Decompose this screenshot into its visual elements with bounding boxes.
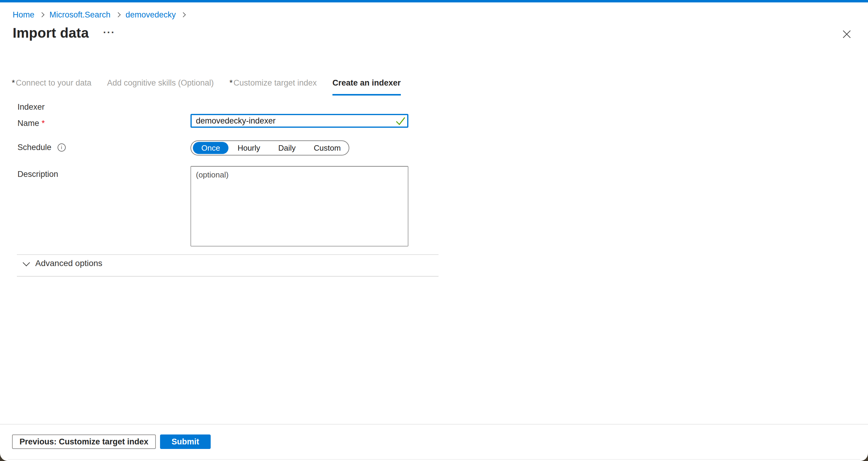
required-asterisk: * [41,119,45,128]
schedule-option-once[interactable]: Once [193,142,228,154]
import-data-window: Home Microsoft.Search demovedecky Import… [0,0,868,461]
bottom-hairline [8,459,860,460]
tab-label: Create an indexer [333,78,401,87]
close-x-glyph [843,30,851,38]
indexer-name-input[interactable] [190,114,408,128]
tab-add-cognitive-skills[interactable]: Add cognitive skills (Optional) [107,78,214,95]
breadcrumb-demovedecky[interactable]: demovedecky [126,10,176,20]
breadcrumb: Home Microsoft.Search demovedecky [13,10,191,20]
close-icon[interactable] [840,27,854,41]
breadcrumb-home[interactable]: Home [13,10,34,20]
more-options-icon[interactable]: ··· [103,27,115,38]
schedule-toggle-group: Once Hourly Daily Custom [190,141,349,155]
previous-step-button[interactable]: Previous: Customize target index [12,434,156,449]
advanced-options-toggle[interactable]: Advanced options [23,258,102,268]
wizard-tabs: *Connect to your data Add cognitive skil… [12,78,401,95]
breadcrumb-microsoft-search[interactable]: Microsoft.Search [50,10,111,20]
footer-divider [0,424,868,425]
schedule-field-label: Schedule i [18,143,66,152]
chevron-down-icon [23,259,30,266]
tab-label: Customize target index [234,78,317,87]
description-field-label: Description [18,170,58,179]
advanced-options-label: Advanced options [35,258,102,268]
description-textarea[interactable] [190,166,408,246]
divider [17,276,438,277]
schedule-option-hourly[interactable]: Hourly [228,142,269,154]
breadcrumb-separator-icon [116,12,121,18]
breadcrumb-separator-icon [181,12,186,18]
submit-button[interactable]: Submit [160,434,211,449]
page-title: Import data [13,25,89,41]
info-icon[interactable]: i [58,144,66,152]
active-tab-underline [333,94,401,95]
tab-label: Add cognitive skills (Optional) [107,78,214,87]
divider [17,254,438,255]
schedule-option-custom[interactable]: Custom [305,142,350,154]
tab-customize-target-index[interactable]: *Customize target index [229,78,317,95]
tab-label: Connect to your data [16,78,92,87]
indexer-section-label: Indexer [18,102,44,112]
azure-top-accent-bar [0,0,868,2]
tab-create-an-indexer[interactable]: Create an indexer [333,78,401,95]
schedule-option-daily[interactable]: Daily [269,142,305,154]
breadcrumb-separator-icon [39,12,44,18]
tab-connect-to-your-data[interactable]: *Connect to your data [12,78,91,95]
name-field-label: Name* [18,119,45,128]
